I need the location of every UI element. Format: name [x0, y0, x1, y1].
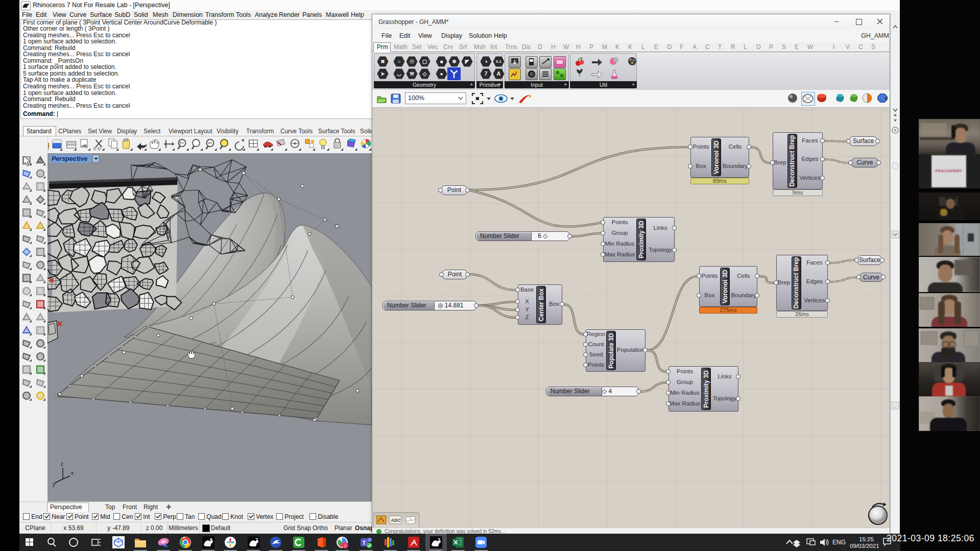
- svg-text:T: T: [363, 540, 366, 546]
- svg-text:y: y: [53, 482, 55, 487]
- svg-text:7: 7: [438, 537, 440, 542]
- svg-text:Perspective: Perspective: [52, 155, 87, 162]
- svg-text:7: 7: [255, 537, 258, 542]
- svg-text:15:25: 15:25: [859, 536, 874, 542]
- svg-text:z: z: [61, 461, 63, 467]
- svg-text:x: x: [71, 470, 74, 476]
- svg-text:...: ...: [893, 404, 896, 409]
- svg-text:09/03/2021: 09/03/2021: [850, 543, 879, 549]
- svg-text:6: 6: [210, 537, 212, 542]
- svg-text:ENG: ENG: [832, 539, 846, 546]
- svg-text:ABC: ABC: [390, 518, 401, 523]
- svg-text:7: 7: [344, 544, 347, 548]
